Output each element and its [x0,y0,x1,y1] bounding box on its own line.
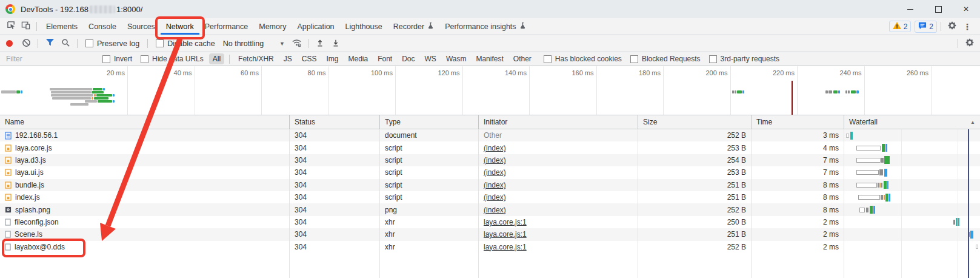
column-header-waterfall[interactable]: Waterfall ▲ [844,115,980,129]
has-blocked-cookies-checkbox[interactable]: Has blocked cookies [544,55,622,63]
cell-time[interactable]: 8 ms [752,203,844,215]
cell-name[interactable]: fileconfig.json [0,216,290,228]
filter-type-all[interactable]: All [209,53,224,64]
cell-time[interactable]: 7 ms [752,154,844,166]
table-row-bundle-js[interactable]: bundle.js304script(index)251 B8 ms [0,179,980,191]
filter-type-other[interactable]: Other [510,53,535,64]
cell-status[interactable]: 304 [290,141,380,154]
filter-type-wasm[interactable]: Wasm [442,53,470,64]
hide-data-urls-checkbox[interactable]: Hide data URLs [141,55,204,63]
initiator-link[interactable]: (index) [484,193,506,202]
cell-size[interactable]: 252 B [638,203,752,215]
clear-button[interactable] [19,37,33,50]
throttling-select[interactable]: No throttling ▼ [223,39,285,48]
cell-name[interactable]: Scene.ls [0,228,290,240]
cell-name[interactable]: index.js [0,191,290,203]
tab-console[interactable]: Console [83,18,122,35]
blocked-requests-checkbox[interactable]: Blocked Requests [630,55,701,63]
filter-type-doc[interactable]: Doc [398,53,418,64]
cell-waterfall[interactable] [844,228,980,240]
network-conditions-button[interactable] [290,37,303,50]
cell-initiator[interactable]: (index) [479,154,638,166]
initiator-link[interactable]: (index) [484,181,506,189]
table-row-laya-ui-js[interactable]: laya.ui.js304script(index)253 B7 ms [0,166,980,178]
initiator-link[interactable]: (index) [484,144,506,152]
cell-type[interactable]: png [380,203,479,215]
cell-time[interactable]: 7 ms [752,166,844,178]
inspect-element-button[interactable] [4,19,18,34]
cell-time[interactable]: 8 ms [752,191,844,203]
tab-lighthouse[interactable]: Lighthouse [340,18,388,35]
network-overview-timeline[interactable]: 20 ms40 ms60 ms80 ms100 ms120 ms140 ms16… [0,66,980,115]
table-row-laya-core-js[interactable]: laya.core.js304script(index)253 B4 ms [0,141,980,154]
cell-name[interactable]: 192.168.56.1 [0,129,290,141]
cell-type[interactable]: script [380,154,479,166]
filter-type-font[interactable]: Font [374,53,396,64]
cell-time[interactable]: 2 ms [752,228,844,240]
export-har-button[interactable] [329,37,342,50]
minimize-button[interactable] [896,0,924,18]
tab-recorder[interactable]: Recorder [388,18,439,35]
cell-name[interactable]: bundle.js [0,179,290,191]
network-settings-button[interactable] [963,37,976,50]
column-header-status[interactable]: Status [290,115,380,129]
cell-initiator[interactable]: (index) [479,141,638,154]
filter-type-media[interactable]: Media [344,53,372,64]
cell-waterfall[interactable] [844,241,980,253]
cell-type[interactable]: xhr [380,216,479,228]
preserve-log-checkbox[interactable]: Preserve log [85,39,139,48]
initiator-link[interactable]: laya.core.js:1 [484,218,527,226]
tab-network[interactable]: Network [161,18,199,35]
cell-status[interactable]: 304 [290,129,380,141]
initiator-link[interactable]: laya.core.js:1 [484,230,527,239]
table-row-index-js[interactable]: index.js304script(index)251 B8 ms [0,191,980,203]
filter-toggle-button[interactable] [43,37,56,50]
cell-status[interactable]: 304 [290,203,380,215]
third-party-requests-checkbox[interactable]: 3rd-party requests [709,55,779,63]
cell-initiator[interactable]: Other [479,129,638,141]
issues-badge[interactable]: 2 [915,21,937,33]
cell-time[interactable]: 3 ms [752,129,844,141]
cell-name[interactable]: laya.d3.js [0,154,290,166]
cell-size[interactable]: 254 B [638,154,752,166]
main-menu-button[interactable]: ⋮ [959,22,975,32]
cell-size[interactable]: 251 B [638,179,752,191]
cell-waterfall[interactable] [844,166,980,178]
filter-type-ws[interactable]: WS [421,53,440,64]
close-button[interactable]: ✕ [952,0,980,18]
table-row-layabox-0-dds[interactable]: layabox@0.dds304xhrlaya.core.js:1252 B2 … [0,241,980,253]
cell-waterfall[interactable] [844,154,980,166]
cell-time[interactable]: 2 ms [752,216,844,228]
filter-type-js[interactable]: JS [280,53,296,64]
cell-type[interactable]: script [380,179,479,191]
cell-size[interactable]: 252 B [638,129,752,141]
cell-type[interactable]: xhr [380,228,479,240]
cell-waterfall[interactable] [844,203,980,215]
settings-button[interactable] [945,19,959,34]
disable-cache-checkbox[interactable]: Disable cache [156,39,215,48]
tab-application[interactable]: Application [292,18,339,35]
filter-type-fetch-xhr[interactable]: Fetch/XHR [235,53,278,64]
search-button[interactable] [59,37,72,50]
cell-initiator[interactable]: (index) [479,191,638,203]
cell-initiator[interactable]: laya.core.js:1 [479,241,638,253]
column-header-time[interactable]: Time [752,115,844,129]
cell-size[interactable]: 253 B [638,166,752,178]
cell-status[interactable]: 304 [290,154,380,166]
cell-status[interactable]: 304 [290,166,380,178]
cell-size[interactable]: 250 B [638,216,752,228]
table-row-scene-ls[interactable]: Scene.ls304xhrlaya.core.js:1251 B2 ms [0,228,980,240]
column-header-type[interactable]: Type [380,115,479,129]
invert-checkbox[interactable]: Invert [102,55,132,63]
filter-type-css[interactable]: CSS [298,53,321,64]
tab-performance-insights[interactable]: Performance insights [439,18,531,35]
cell-waterfall[interactable] [844,129,980,141]
cell-status[interactable]: 304 [290,216,380,228]
maximize-button[interactable] [924,0,952,18]
tab-memory[interactable]: Memory [253,18,292,35]
cell-size[interactable]: 253 B [638,141,752,154]
table-row-laya-d3-js[interactable]: laya.d3.js304script(index)254 B7 ms [0,154,980,166]
table-row-fileconfig-json[interactable]: fileconfig.json304xhrlaya.core.js:1250 B… [0,216,980,228]
cell-name[interactable]: layabox@0.dds [0,241,290,253]
cell-time[interactable]: 4 ms [752,141,844,154]
